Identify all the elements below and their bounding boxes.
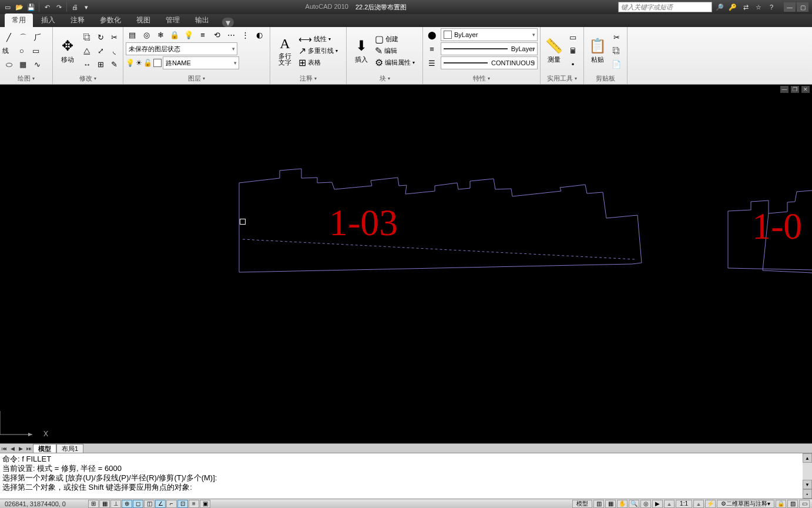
edit-attr-button[interactable]: ⚙编辑属性▾ bbox=[375, 57, 415, 68]
toolbar-lock-icon[interactable]: 🔒 bbox=[776, 500, 786, 508]
qview-drawings-icon[interactable]: ▦ bbox=[605, 500, 616, 508]
print-icon[interactable]: 🖨 bbox=[69, 2, 80, 12]
showmotion-icon[interactable]: ▶ bbox=[652, 500, 663, 508]
line-icon[interactable]: ╱ bbox=[2, 31, 15, 44]
spline-icon[interactable]: ∿ bbox=[31, 58, 43, 71]
ann-vis-icon[interactable]: ⟁ bbox=[693, 500, 704, 508]
array-icon[interactable]: ⊞ bbox=[94, 58, 107, 71]
layer-freeze-icon[interactable]: ❄ bbox=[154, 28, 167, 41]
tab-insert[interactable]: 插入 bbox=[34, 14, 62, 27]
otrack-toggle[interactable]: ∠ bbox=[155, 500, 166, 508]
save-icon[interactable]: 💾 bbox=[26, 2, 36, 12]
grid-toggle[interactable]: ▦ bbox=[99, 500, 110, 508]
cut-icon[interactable]: ✂ bbox=[610, 31, 623, 44]
favorite-icon[interactable]: ☆ bbox=[753, 2, 764, 12]
fillet-icon[interactable]: ◟ bbox=[108, 45, 120, 58]
layout-last-icon[interactable]: ⏭ bbox=[25, 444, 33, 453]
steering-icon[interactable]: ◎ bbox=[640, 500, 651, 508]
erase-icon[interactable]: ✎ bbox=[108, 58, 120, 71]
model-tab[interactable]: 模型 bbox=[33, 444, 56, 453]
ortho-toggle[interactable]: ⊥ bbox=[110, 500, 121, 508]
rotate-icon[interactable]: ↻ bbox=[94, 31, 107, 44]
mleader-button[interactable]: ↗多重引线▾ bbox=[298, 45, 338, 56]
tab-output[interactable]: 输出 bbox=[188, 14, 216, 27]
ann-scale-value[interactable]: 1:1 bbox=[676, 500, 692, 508]
copy-clip-icon[interactable]: ⿻ bbox=[610, 45, 623, 58]
table-button[interactable]: ⊞表格 bbox=[298, 57, 338, 68]
minimize-button[interactable]: — bbox=[784, 2, 796, 12]
zoom-icon[interactable]: 🔍 bbox=[629, 500, 639, 508]
maximize-button[interactable]: ▢ bbox=[797, 2, 808, 12]
undo-icon[interactable]: ↶ bbox=[42, 2, 52, 12]
scroll-down-icon[interactable]: ▼ bbox=[803, 480, 812, 489]
color-combo[interactable]: ByLayer bbox=[441, 28, 538, 41]
layout-first-icon[interactable]: ⏮ bbox=[0, 444, 8, 453]
ducs-toggle[interactable]: ⌐ bbox=[166, 500, 177, 508]
drawing-area[interactable]: — ❐ ✕ 1-03 1-0 X bbox=[0, 85, 812, 443]
scroll-grip-icon[interactable]: ▪ bbox=[803, 489, 812, 499]
hardware-accel-icon[interactable]: ▨ bbox=[787, 500, 798, 508]
clean-screen-icon[interactable]: ▭ bbox=[799, 500, 810, 508]
lwt-toggle[interactable]: ≡ bbox=[189, 500, 199, 508]
help-search-input[interactable] bbox=[618, 2, 712, 12]
open-icon[interactable]: 📂 bbox=[14, 2, 25, 12]
rectangle-icon[interactable]: ▭ bbox=[29, 45, 42, 58]
linear-dim-button[interactable]: ⟷线性▾ bbox=[298, 34, 338, 45]
model-space-button[interactable]: 模型 bbox=[572, 500, 592, 508]
layer-match-icon[interactable]: ≡ bbox=[196, 28, 209, 41]
layout1-tab[interactable]: 布局1 bbox=[56, 444, 83, 453]
ribbon-extra-button[interactable]: ▾ bbox=[222, 18, 234, 27]
linetype-combo[interactable]: CONTINUOUS bbox=[441, 56, 538, 69]
copy-icon[interactable]: ⿻ bbox=[80, 31, 93, 44]
paste-button[interactable]: 📋 粘贴 bbox=[586, 32, 609, 71]
qview-layouts-icon[interactable]: ▥ bbox=[593, 500, 604, 508]
qp-toggle[interactable]: ▣ bbox=[200, 500, 210, 508]
mirror-icon[interactable]: ⧋ bbox=[80, 45, 93, 58]
polar-toggle[interactable]: ⊕ bbox=[122, 500, 132, 508]
tab-home[interactable]: 常用 bbox=[5, 14, 33, 27]
scale-icon[interactable]: ⤢ bbox=[94, 45, 107, 58]
match-prop-icon[interactable]: ⬤ bbox=[425, 28, 438, 41]
paste-special-icon[interactable]: 📄 bbox=[610, 58, 623, 71]
qat-dropdown-icon[interactable]: ▾ bbox=[81, 2, 92, 12]
ann-scale-icon[interactable]: ⟁ bbox=[664, 500, 675, 508]
point-icon[interactable]: • bbox=[566, 58, 579, 71]
tab-annotate[interactable]: 注释 bbox=[63, 14, 92, 27]
move-button[interactable]: ✥ 移动 bbox=[55, 32, 79, 71]
measure-button[interactable]: 📏 测量 bbox=[543, 32, 565, 71]
lineweight-icon[interactable]: ≡ bbox=[425, 42, 438, 55]
layer-state-combo[interactable]: 未保存的图层状态 bbox=[126, 42, 237, 55]
insert-button[interactable]: ⬇ 插入 bbox=[349, 32, 374, 71]
workspace-switch[interactable]: ⚙二维草图与注释▾ bbox=[717, 500, 774, 508]
exchange-icon[interactable]: ⇄ bbox=[740, 2, 751, 12]
key-icon[interactable]: 🔑 bbox=[727, 2, 738, 12]
hatch-icon[interactable]: ▦ bbox=[16, 58, 29, 71]
new-icon[interactable]: ▭ bbox=[2, 2, 13, 12]
tab-view[interactable]: 视图 bbox=[129, 14, 157, 27]
osnap-toggle[interactable]: ◻ bbox=[133, 500, 143, 508]
layer-isolate-icon[interactable]: ◎ bbox=[140, 28, 153, 41]
tab-manage[interactable]: 管理 bbox=[159, 14, 187, 27]
cmd-scrollbar[interactable]: ▲ ▼ ▪ bbox=[803, 453, 812, 499]
command-window[interactable]: 命令: f FILLET 当前设置: 模式 = 修剪, 半径 = 6000 选择… bbox=[0, 453, 812, 499]
3dosnap-toggle[interactable]: ◫ bbox=[144, 500, 155, 508]
ann-auto-icon[interactable]: ⚡ bbox=[705, 500, 716, 508]
circle-icon[interactable]: ○ bbox=[15, 45, 28, 58]
layer-more1-icon[interactable]: ⋯ bbox=[224, 28, 237, 41]
layer-more2-icon[interactable]: ⋮ bbox=[239, 28, 251, 41]
pan-icon[interactable]: ✋ bbox=[617, 500, 628, 508]
ellipse-icon[interactable]: ⬭ bbox=[2, 58, 15, 71]
arc-icon[interactable]: ⌒ bbox=[16, 31, 29, 44]
binoculars-icon[interactable]: 🔎 bbox=[714, 2, 725, 12]
create-block-button[interactable]: ▢创建 bbox=[375, 34, 415, 45]
layout-prev-icon[interactable]: ◀ bbox=[8, 444, 16, 453]
snap-toggle[interactable]: ⊞ bbox=[88, 500, 99, 508]
layer-lock-icon[interactable]: 🔒 bbox=[168, 28, 181, 41]
help-icon[interactable]: ? bbox=[766, 2, 777, 12]
layer-name-combo[interactable]: 路NAME bbox=[163, 56, 239, 69]
layer-off-icon[interactable]: 💡 bbox=[182, 28, 195, 41]
list-icon[interactable]: ☰ bbox=[425, 56, 438, 69]
mtext-button[interactable]: A 多行 文字 bbox=[273, 32, 297, 71]
coordinates[interactable]: 026841, 31874400, 0 bbox=[0, 500, 88, 507]
redo-icon[interactable]: ↷ bbox=[53, 2, 64, 12]
